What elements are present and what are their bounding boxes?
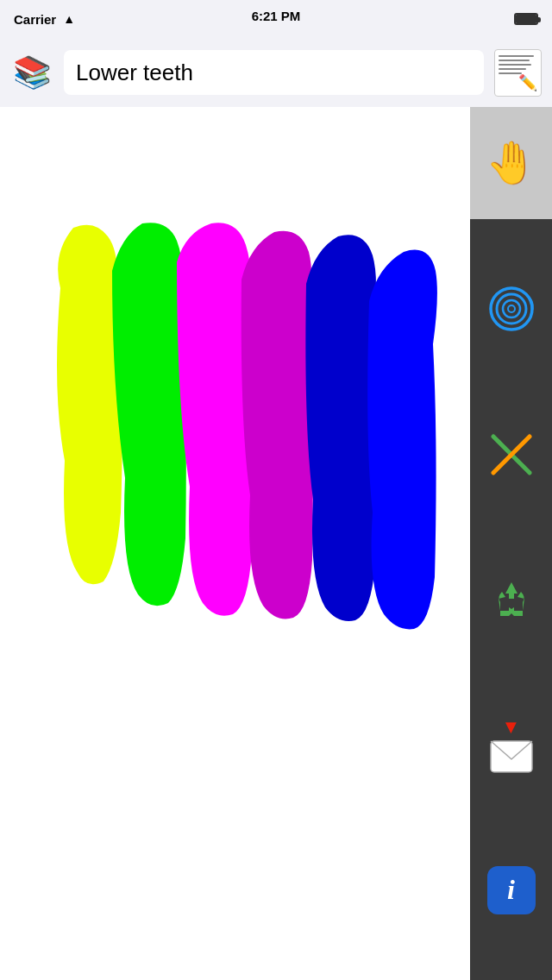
mail-area: ▼	[490, 716, 533, 773]
header: 📚 ✏️	[0, 38, 552, 107]
pencil-icon: ✏️	[518, 73, 537, 92]
svg-point-3	[508, 305, 515, 312]
battery-icon	[514, 13, 538, 25]
wifi-icon: ▲	[63, 12, 75, 26]
spiral-icon	[488, 286, 535, 332]
mail-tool-button[interactable]: ▼	[481, 714, 542, 775]
teeth-drawing	[34, 219, 440, 668]
main-content: 🤚	[0, 107, 552, 980]
sidebar: 🤚	[470, 107, 552, 980]
hand-tool-area[interactable]: 🤚	[470, 107, 552, 219]
cross-icon	[488, 431, 535, 478]
cross-tool-button[interactable]	[481, 424, 542, 485]
mail-icon	[490, 740, 533, 773]
recycle-icon	[490, 578, 533, 621]
svg-point-1	[497, 294, 526, 324]
carrier-label: Carrier	[14, 12, 56, 27]
svg-point-2	[503, 300, 520, 317]
canvas-area[interactable]	[0, 107, 470, 980]
status-bar: Carrier ▲ 6:21 PM	[0, 0, 552, 38]
sidebar-tools: ▼ i	[470, 219, 552, 980]
notes-thumbnail[interactable]: ✏️	[494, 49, 542, 97]
hand-icon: 🤚	[486, 139, 537, 187]
info-icon: i	[487, 866, 536, 914]
time-label: 6:21 PM	[252, 9, 301, 23]
download-arrow-icon: ▼	[502, 716, 521, 738]
recycle-tool-button[interactable]	[481, 569, 542, 630]
books-icon[interactable]: 📚	[10, 51, 53, 94]
spiral-tool-button[interactable]	[481, 279, 542, 339]
info-button[interactable]: i	[481, 860, 542, 920]
title-input[interactable]	[64, 50, 484, 95]
